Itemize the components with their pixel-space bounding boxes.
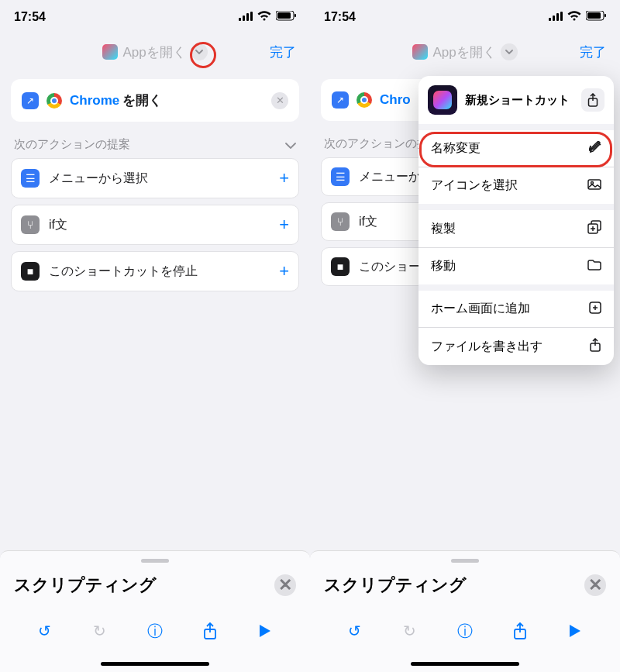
suggestion-menu[interactable]: ☰ メニューから選択 + bbox=[11, 158, 299, 198]
svg-rect-5 bbox=[277, 12, 291, 19]
svg-rect-3 bbox=[250, 12, 253, 21]
suggestion-stop[interactable]: ■ このショートカットを停止 + bbox=[11, 251, 299, 291]
popup-row-label: ファイルを書き出す bbox=[431, 339, 542, 355]
export-icon bbox=[589, 338, 601, 355]
popup-export[interactable]: ファイルを書き出す bbox=[418, 327, 614, 365]
branch-icon: ⑂ bbox=[331, 212, 350, 231]
done-button[interactable]: 完了 bbox=[270, 43, 296, 61]
home-indicator bbox=[101, 662, 209, 666]
popup-header-title: 新規ショートカット bbox=[465, 93, 570, 108]
chevron-down-icon bbox=[285, 138, 296, 151]
info-button[interactable]: ⓘ bbox=[140, 615, 170, 646]
open-app-text: Chromeを開く bbox=[70, 91, 162, 109]
nav-title-text: Appを開く bbox=[432, 43, 495, 61]
suggestion-label: メニューか bbox=[359, 169, 421, 185]
bottom-drawer[interactable]: スクリプティング ✕ ↺ ↻ ⓘ bbox=[310, 550, 620, 672]
list-icon: ☰ bbox=[331, 167, 350, 186]
clear-icon[interactable]: ✕ bbox=[271, 92, 288, 109]
signal-icon bbox=[549, 10, 563, 24]
battery-icon bbox=[276, 10, 296, 24]
undo-button[interactable]: ↺ bbox=[339, 615, 370, 646]
svg-point-18 bbox=[591, 181, 594, 184]
suggestion-label: このショートカットを停止 bbox=[49, 264, 198, 280]
toolbar: ↺ ↻ ⓘ bbox=[14, 611, 296, 657]
chevron-down-icon bbox=[501, 43, 518, 60]
shortcuts-app-icon bbox=[412, 44, 428, 60]
shortcuts-app-icon bbox=[428, 85, 457, 115]
popup-rename[interactable]: 名称変更 bbox=[418, 130, 614, 167]
svg-rect-1 bbox=[243, 16, 245, 21]
wifi-icon bbox=[257, 10, 271, 24]
popup-move[interactable]: 移動 bbox=[418, 247, 614, 284]
popup-header: 新規ショートカット bbox=[418, 76, 614, 130]
play-button[interactable] bbox=[560, 615, 591, 646]
popup-row-label: 複製 bbox=[431, 221, 456, 237]
wifi-icon bbox=[567, 10, 581, 24]
share-icon[interactable] bbox=[581, 88, 604, 112]
add-icon: + bbox=[279, 168, 289, 188]
open-app-icon: ↗ bbox=[332, 91, 349, 109]
drawer-title-row: スクリプティング ✕ bbox=[14, 574, 296, 597]
svg-rect-13 bbox=[587, 12, 601, 19]
done-button[interactable]: 完了 bbox=[580, 43, 606, 61]
share-button[interactable] bbox=[195, 615, 226, 646]
add-icon: + bbox=[279, 215, 289, 235]
pencil-icon bbox=[589, 141, 601, 157]
svg-rect-11 bbox=[560, 12, 563, 21]
open-app-action[interactable]: ↗ Chromeを開く ✕ bbox=[11, 79, 299, 122]
popup-row-label: アイコンを選択 bbox=[431, 177, 518, 194]
nav-title-button[interactable]: Appを開く bbox=[412, 43, 517, 61]
popup-duplicate[interactable]: 複製 bbox=[418, 204, 614, 247]
suggestion-list: ☰ メニューから選択 + ⑂ if文 + ■ このショートカットを停止 + bbox=[11, 158, 299, 291]
svg-rect-10 bbox=[556, 13, 559, 21]
svg-rect-8 bbox=[549, 18, 551, 21]
redo-button[interactable]: ↻ bbox=[394, 615, 425, 646]
popup-add-home[interactable]: ホーム画面に追加 bbox=[418, 284, 614, 327]
drawer-title-row: スクリプティング ✕ bbox=[324, 574, 606, 597]
svg-rect-2 bbox=[246, 13, 249, 21]
close-icon[interactable]: ✕ bbox=[584, 574, 606, 596]
stop-icon: ■ bbox=[21, 262, 40, 281]
play-button[interactable] bbox=[250, 615, 281, 646]
battery-icon bbox=[586, 10, 606, 24]
close-icon[interactable]: ✕ bbox=[274, 574, 296, 596]
undo-button[interactable]: ↺ bbox=[29, 615, 60, 646]
phone-left: 17:54 Appを開く 完了 ↗ Chromeを開く bbox=[0, 0, 310, 672]
branch-icon: ⑂ bbox=[21, 215, 40, 234]
popup-choose-icon[interactable]: アイコンを選択 bbox=[418, 167, 614, 204]
bottom-drawer[interactable]: スクリプティング ✕ ↺ ↻ ⓘ bbox=[0, 550, 310, 672]
chrome-app-icon bbox=[356, 92, 372, 108]
svg-rect-14 bbox=[604, 14, 606, 17]
status-bar: 17:54 bbox=[310, 0, 620, 34]
drawer-title-text: スクリプティング bbox=[14, 574, 157, 597]
suggestion-if[interactable]: ⑂ if文 + bbox=[11, 205, 299, 245]
nav-title-button[interactable]: Appを開く bbox=[102, 43, 207, 61]
phone-right: 17:54 Appを開く 完了 ↗ Chro bbox=[310, 0, 620, 672]
share-button[interactable] bbox=[505, 615, 536, 646]
photo-icon bbox=[587, 179, 601, 193]
drawer-handle[interactable] bbox=[451, 559, 479, 563]
list-icon: ☰ bbox=[21, 169, 40, 188]
chrome-app-icon bbox=[46, 93, 62, 109]
status-time: 17:54 bbox=[14, 10, 46, 24]
next-action-header[interactable]: 次のアクションの提案 bbox=[14, 137, 296, 152]
popup-row-label: ホーム画面に追加 bbox=[431, 301, 530, 317]
nav-title-text: Appを開く bbox=[122, 43, 185, 61]
drawer-handle[interactable] bbox=[141, 559, 169, 563]
popup-row-label: 名称変更 bbox=[431, 140, 480, 157]
chevron-down-icon bbox=[191, 43, 208, 60]
status-bar: 17:54 bbox=[0, 0, 310, 34]
open-app-text: Chro bbox=[380, 92, 411, 108]
folder-icon bbox=[587, 260, 601, 274]
popup-row-label: 移動 bbox=[431, 258, 456, 274]
add-icon: + bbox=[279, 261, 289, 281]
info-button[interactable]: ⓘ bbox=[450, 615, 480, 646]
status-time: 17:54 bbox=[324, 10, 356, 24]
drawer-title-text: スクリプティング bbox=[324, 574, 467, 597]
svg-rect-0 bbox=[239, 18, 241, 21]
redo-button[interactable]: ↻ bbox=[84, 615, 115, 646]
suggestion-label: if文 bbox=[49, 217, 67, 233]
open-app-icon: ↗ bbox=[22, 92, 39, 109]
svg-rect-6 bbox=[294, 14, 296, 17]
svg-rect-9 bbox=[553, 16, 555, 21]
